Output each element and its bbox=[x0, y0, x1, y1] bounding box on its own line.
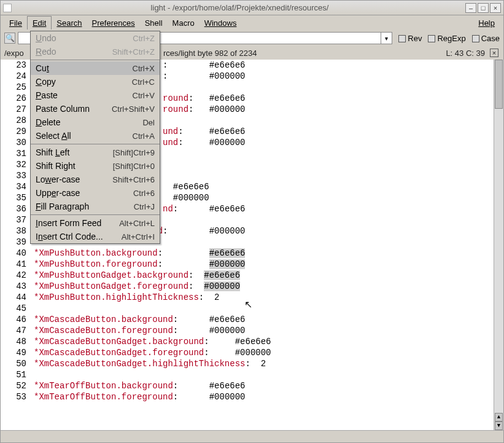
resource-key: *XmCascadeButtonGadget.highlightThicknes… bbox=[34, 359, 245, 369]
menu-item-insert-ctrl-code-[interactable]: Insert Ctrl Code...Alt+Ctrl+I bbox=[31, 230, 160, 243]
line-number: 50 bbox=[1, 358, 26, 369]
resource-key: *XmCascadeButton.foreground bbox=[34, 326, 173, 335]
menu-item-accelerator: Shift+Ctrl+6 bbox=[112, 175, 155, 184]
menu-edit[interactable]: Edit bbox=[27, 16, 52, 29]
menu-macro[interactable]: Macro bbox=[168, 17, 200, 29]
code-line[interactable]: *XmCascadeButtonGadget.background: #e6e6… bbox=[34, 336, 503, 347]
menu-item-label: Upper-case bbox=[36, 188, 133, 198]
resource-value: #e6e6e6 bbox=[209, 315, 246, 324]
menu-item-undo: UndoCtrl+Z bbox=[31, 31, 160, 45]
line-number: 29 bbox=[1, 126, 26, 137]
scrollbar-thumb[interactable] bbox=[495, 60, 503, 109]
rev-checkbox[interactable]: Rev bbox=[398, 34, 422, 43]
search-icon[interactable]: 🔍 bbox=[4, 33, 15, 44]
line-number: 35 bbox=[1, 192, 26, 203]
case-checkbox[interactable]: Case bbox=[472, 34, 500, 43]
code-line[interactable]: *XmTearOffButton.background: #e6e6e6 bbox=[34, 380, 503, 391]
minimize-button[interactable]: – bbox=[465, 3, 476, 13]
menu-item-accelerator: Ctrl+6 bbox=[133, 189, 155, 198]
menu-help[interactable]: Help bbox=[473, 17, 500, 29]
menu-item-cut[interactable]: CutCtrl+X bbox=[31, 61, 160, 75]
menu-item-paste[interactable]: PasteCtrl+V bbox=[31, 88, 160, 102]
menu-item-accelerator: Ctrl+A bbox=[133, 131, 155, 141]
menu-item-accelerator: Alt+Ctrl+I bbox=[122, 232, 155, 241]
code-line[interactable]: *XmPushButton.highlightThickness: 2 bbox=[34, 292, 503, 303]
resource-key: *XmPushButton.background bbox=[34, 248, 158, 258]
menu-item-accelerator: [Shift]Ctrl+9 bbox=[113, 148, 155, 157]
line-number: 32 bbox=[1, 159, 26, 170]
line-number: 44 bbox=[1, 292, 26, 303]
dropdown-icon[interactable]: ▾ bbox=[381, 33, 392, 44]
menu-item-lower-case[interactable]: Lower-caseShift+Ctrl+6 bbox=[31, 173, 160, 186]
line-number: 52 bbox=[1, 380, 26, 391]
document-icon bbox=[3, 4, 12, 12]
menu-preferences[interactable]: Preferences bbox=[87, 17, 140, 29]
menu-item-paste-column[interactable]: Paste ColumnCtrl+Shift+V bbox=[31, 102, 160, 116]
menu-item-insert-form-feed[interactable]: Insert Form FeedAlt+Ctrl+L bbox=[31, 216, 160, 230]
menu-item-redo: RedoShift+Ctrl+Z bbox=[31, 45, 160, 58]
menu-item-label: Insert Ctrl Code... bbox=[36, 232, 122, 241]
line-number: 33 bbox=[1, 170, 26, 181]
menu-item-accelerator: Ctrl+Shift+V bbox=[112, 104, 155, 114]
menu-item-label: Redo bbox=[36, 47, 112, 57]
menu-item-accelerator: Shift+Ctrl+Z bbox=[112, 47, 155, 57]
statusbar bbox=[1, 430, 503, 442]
resource-key: round bbox=[163, 104, 188, 114]
menu-item-copy[interactable]: CopyCtrl+C bbox=[31, 75, 160, 88]
resource-value: #000000 bbox=[209, 392, 246, 402]
code-line[interactable]: *XmCascadeButton.background: #e6e6e6 bbox=[34, 314, 503, 325]
menu-item-delete[interactable]: DeleteDel bbox=[31, 116, 160, 129]
line-number: 31 bbox=[1, 148, 26, 159]
menu-item-fill-paragraph[interactable]: Fill ParagraphCtrl+J bbox=[31, 200, 160, 213]
code-line[interactable]: *XmTearOffButton.foreground: #000000 bbox=[34, 391, 503, 402]
menu-separator bbox=[31, 60, 160, 60]
menu-item-shift-left[interactable]: Shift Left[Shift]Ctrl+9 bbox=[31, 146, 160, 159]
scroll-down-icon[interactable]: ▼ bbox=[495, 421, 503, 430]
menu-shell[interactable]: Shell bbox=[140, 17, 168, 29]
menu-item-upper-case[interactable]: Upper-caseCtrl+6 bbox=[31, 186, 160, 200]
line-number: 23 bbox=[1, 60, 26, 71]
resource-key: *XmPushButtonGadget.background bbox=[34, 270, 188, 280]
menu-item-label: Undo bbox=[36, 33, 133, 43]
resource-value: #000000 bbox=[173, 193, 209, 203]
menu-item-accelerator: [Shift]Ctrl+0 bbox=[113, 162, 155, 171]
close-panel-icon[interactable]: × bbox=[490, 49, 498, 57]
line-number: 39 bbox=[1, 237, 26, 248]
resource-value: 2 bbox=[261, 359, 266, 369]
close-button[interactable]: × bbox=[490, 3, 501, 13]
resource-key: *XmTearOffButton.foreground bbox=[34, 392, 173, 402]
line-number: 42 bbox=[1, 270, 26, 281]
code-line[interactable]: *XmCascadeButtonGadget.foreground: #0000… bbox=[34, 347, 503, 358]
vertical-scrollbar[interactable]: ▲ ▼ bbox=[494, 60, 503, 430]
menu-windows[interactable]: Windows bbox=[200, 17, 242, 29]
code-line[interactable]: *XmPushButtonGadget.background: #e6e6e6 bbox=[34, 270, 503, 281]
resource-value: #e6e6e6 bbox=[209, 60, 246, 70]
line-number: 46 bbox=[1, 314, 26, 325]
menu-item-label: Delete bbox=[36, 117, 142, 127]
resource-value: #e6e6e6 bbox=[209, 93, 246, 103]
resource-key: *XmPushButton.foreground bbox=[34, 259, 158, 269]
resource-value: 2 bbox=[214, 292, 219, 302]
line-number: 38 bbox=[1, 225, 26, 237]
titlebar: light - /export/home/olaf/Projekte/xnedi… bbox=[1, 1, 503, 15]
menu-search[interactable]: Search bbox=[52, 17, 87, 29]
menu-item-accelerator: Ctrl+J bbox=[134, 202, 155, 211]
menu-item-label: Copy bbox=[36, 77, 132, 87]
maximize-button[interactable]: □ bbox=[478, 3, 489, 13]
resource-value: #e6e6e6 bbox=[209, 204, 246, 214]
code-line[interactable] bbox=[34, 369, 503, 380]
code-line[interactable]: *XmCascadeButton.foreground: #000000 bbox=[34, 325, 503, 336]
menu-item-select-all[interactable]: Select AllCtrl+A bbox=[31, 129, 160, 143]
code-line[interactable]: *XmCascadeButtonGadget.highlightThicknes… bbox=[34, 358, 503, 369]
code-line[interactable]: *XmPushButton.foreground: #000000 bbox=[34, 259, 503, 270]
regexp-checkbox[interactable]: RegExp bbox=[428, 34, 465, 43]
window-title: light - /export/home/olaf/Projekte/xnedi… bbox=[15, 3, 464, 12]
menu-item-accelerator: Ctrl+V bbox=[133, 91, 155, 100]
line-number: 36 bbox=[1, 203, 26, 214]
code-line[interactable]: *XmPushButton.background: #e6e6e6 bbox=[34, 248, 503, 259]
search-history-input[interactable]: ▾ bbox=[155, 32, 392, 44]
menu-item-shift-right[interactable]: Shift Right[Shift]Ctrl+0 bbox=[31, 159, 160, 173]
code-line[interactable]: *XmPushButtonGadget.foreground: #000000 bbox=[34, 281, 503, 292]
code-line[interactable] bbox=[34, 303, 503, 314]
menu-file[interactable]: File bbox=[4, 17, 27, 29]
